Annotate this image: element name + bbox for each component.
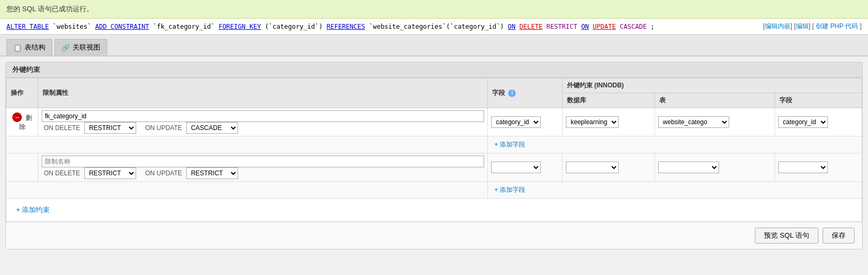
delete-row1-button[interactable]: − xyxy=(12,112,22,122)
field2-cell-row2: category_id xyxy=(775,153,862,182)
th-fk-innodb: 外键约束 (INNODB) xyxy=(562,78,862,93)
create-php-link[interactable]: 创建 PHP 代码 xyxy=(816,22,858,30)
add-field-link-row1[interactable]: + 添加字段 xyxy=(491,139,528,151)
relation-icon: 🔗 xyxy=(61,44,70,52)
on-delete-select-row1[interactable]: RESTRICT CASCADE SET NULL NO ACTION xyxy=(84,122,136,134)
th-table: 表 xyxy=(654,93,775,108)
table-select-row2[interactable]: website_catego xyxy=(658,161,719,173)
fk-panel: 外键约束 操作 限制属性 字段 i 外键约束 (INNODB) 数据库 表 字段 xyxy=(5,62,863,249)
tab-relation-label: 关联视图 xyxy=(73,43,100,52)
add-field-row2: + 添加字段 xyxy=(6,182,862,199)
sql-bar: ALTER TABLE `websites` ADD CONSTRAINT `f… xyxy=(0,19,868,35)
bottom-bar: 预览 SQL 语句 保存 xyxy=(6,222,862,249)
panel-title: 外键约束 xyxy=(12,66,40,74)
db-cell-row1: keeplearning xyxy=(562,108,654,136)
edit-link[interactable]: 编辑 xyxy=(796,22,809,30)
add-field-row1: + 添加字段 xyxy=(6,136,862,153)
tab-relation[interactable]: 🔗 关联视图 xyxy=(54,39,107,55)
field-cell-row2: category_id id xyxy=(487,153,562,182)
constraint-name-input[interactable] xyxy=(42,110,484,122)
field-select-row1[interactable]: category_id id name xyxy=(491,116,541,128)
db-select-row1[interactable]: keeplearning xyxy=(566,116,619,128)
constraint-name-input-2[interactable] xyxy=(42,156,484,167)
on-update-select-row1[interactable]: RESTRICT CASCADE SET NULL NO ACTION xyxy=(186,122,238,134)
db-cell-row2: keeplearning xyxy=(562,153,654,182)
constraint-name-cell-2: ON DELETE RESTRICT CASCADE SET NULL NO A… xyxy=(38,153,488,182)
add-field-link-row2[interactable]: + 添加字段 xyxy=(491,184,528,196)
table-row: ON DELETE RESTRICT CASCADE SET NULL NO A… xyxy=(6,153,862,182)
panel-header: 外键约束 xyxy=(6,62,862,78)
field2-select-row1[interactable]: category_id id xyxy=(778,116,828,128)
field2-cell-row1: category_id id xyxy=(775,108,862,136)
sql-display: ALTER TABLE `websites` ADD CONSTRAINT `f… xyxy=(6,23,654,30)
on-delete-select-row2[interactable]: RESTRICT CASCADE SET NULL NO ACTION xyxy=(84,167,136,179)
preview-sql-button[interactable]: 预览 SQL 语句 xyxy=(755,228,818,244)
add-constraint-link[interactable]: + 添加约束 xyxy=(10,201,56,219)
tab-structure-label: 表结构 xyxy=(25,43,45,52)
success-bar: 您的 SQL 语句已成功运行。 xyxy=(0,0,868,19)
th-constraint: 限制属性 xyxy=(38,78,488,108)
table-select-row1[interactable]: website_catego website_categories websit… xyxy=(658,116,729,128)
action-links: [编辑内嵌] [编辑] [ 创建 PHP 代码 ] xyxy=(763,22,862,31)
save-button[interactable]: 保存 xyxy=(823,228,855,244)
table-cell-row2: website_catego xyxy=(654,153,775,182)
constraint-name-cell: ON DELETE RESTRICT CASCADE SET NULL NO A… xyxy=(38,108,488,136)
delete-btn-cell: − 删除 xyxy=(6,108,38,136)
tab-bar: 📋 表结构 🔗 关联视图 xyxy=(0,35,868,56)
db-select-row2[interactable]: keeplearning xyxy=(566,161,619,173)
field-cell-row1: category_id id name xyxy=(487,108,562,136)
fk-table: 操作 限制属性 字段 i 外键约束 (INNODB) 数据库 表 字段 − 删除 xyxy=(6,78,862,222)
on-update-select-row2[interactable]: RESTRICT CASCADE SET NULL NO ACTION xyxy=(186,167,238,179)
th-database: 数据库 xyxy=(562,93,654,108)
edit-inline-link[interactable]: 编辑内嵌 xyxy=(765,22,791,30)
tab-structure[interactable]: 📋 表结构 xyxy=(6,39,52,55)
add-constraint-row: + 添加约束 xyxy=(6,199,862,222)
table-row: − 删除 ON DELETE RESTRICT CASCADE SET NULL… xyxy=(6,108,862,136)
th-field2: 字段 xyxy=(775,93,862,108)
th-field: 字段 i xyxy=(487,78,562,108)
table-cell-row1: website_catego website_categories websit… xyxy=(654,108,775,136)
field2-select-row2[interactable]: category_id xyxy=(778,161,828,173)
success-message: 您的 SQL 语句已成功运行。 xyxy=(6,5,93,13)
field-select-row2[interactable]: category_id id xyxy=(491,161,541,173)
field-info-icon[interactable]: i xyxy=(508,90,516,97)
table-icon: 📋 xyxy=(13,44,22,52)
th-operation: 操作 xyxy=(6,78,38,108)
